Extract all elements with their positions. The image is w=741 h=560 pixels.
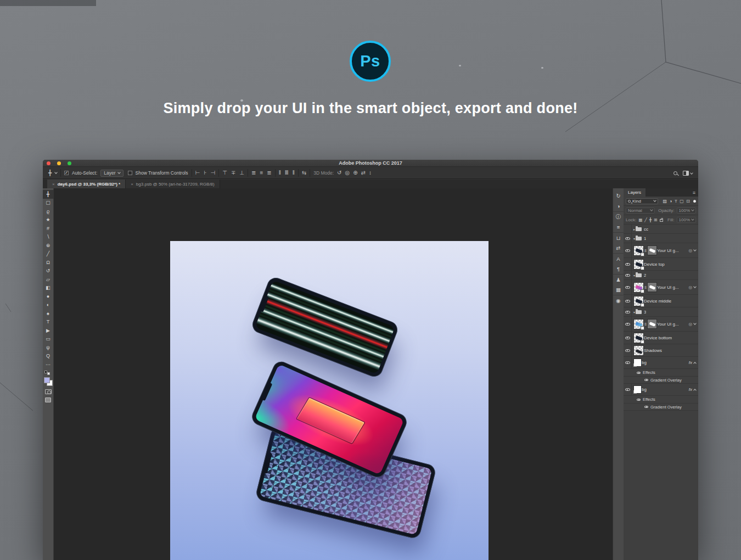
expand-right-icon[interactable]: ▸ [633, 227, 635, 231]
eye-icon[interactable] [644, 406, 648, 408]
healing-brush-tool[interactable]: ⊕ [43, 241, 54, 250]
show-transform-checkbox[interactable] [128, 171, 132, 175]
chevron-up-icon[interactable] [693, 389, 697, 392]
blur-tool[interactable]: ● [43, 292, 54, 301]
crop-tool[interactable]: # [43, 224, 54, 233]
layer-effects-icon[interactable]: fx [689, 387, 692, 392]
align-left-edges-icon[interactable]: ⊢ [195, 170, 200, 176]
expand-down-icon[interactable]: ▾ [633, 273, 635, 277]
layer-thumbnail[interactable] [633, 282, 644, 293]
eyedropper-tool[interactable]: ∖ [43, 233, 54, 242]
visibility-well[interactable] [624, 225, 632, 233]
edit-toolbar-button[interactable]: ⋯ [43, 360, 54, 369]
lock-all-icon[interactable] [660, 219, 663, 222]
close-tab-icon[interactable]: × [131, 182, 133, 187]
move-tool-options-icon[interactable]: ╋ [48, 170, 52, 176]
history-brush-tool[interactable]: ↺ [43, 267, 54, 276]
artboard[interactable] [170, 241, 489, 560]
lock-transparency-icon[interactable]: ▦ [638, 217, 642, 222]
eye-icon[interactable] [644, 379, 648, 381]
layer-thumbnail[interactable] [633, 296, 644, 306]
mask-thumbnail[interactable] [647, 319, 657, 329]
align-right-edges-icon[interactable]: ⊣ [210, 170, 215, 176]
layer-row-device-middle[interactable]: Device middle [624, 295, 698, 307]
layer-row-shadows[interactable]: Shadows [624, 344, 698, 357]
distribute-horizontal-centers-icon[interactable]: Ⅲ [285, 170, 289, 176]
adjustment-sliders-panel-icon[interactable]: ⇄ [613, 243, 624, 253]
libraries-panel-icon[interactable]: ◉ [613, 295, 624, 305]
layer-thumbnail[interactable] [633, 333, 644, 343]
pen-tool[interactable]: ♠ [43, 309, 54, 318]
chevron-down-icon[interactable] [690, 171, 693, 175]
expand-down-icon[interactable]: ▾ [633, 310, 635, 314]
tab-bg3-psb[interactable]: × bg3.psb @ 50% (ari-he-317209, RGB/8) [126, 180, 220, 188]
distribute-right-edges-icon[interactable]: ‖ [293, 170, 295, 176]
shape-tool[interactable]: ▭ [43, 335, 54, 344]
filter-adjustment-icon[interactable]: ◑ [670, 199, 672, 204]
mask-link-icon[interactable]: 8 [644, 249, 647, 253]
mask-link-icon[interactable]: 8 [644, 285, 647, 289]
opacity-dropdown[interactable]: 100% [677, 208, 696, 214]
layer-row-group-3[interactable]: ▾ 3 [624, 307, 698, 317]
layer-row-bg[interactable]: bg fx [624, 384, 698, 396]
brush-tool[interactable]: ╱ [43, 250, 54, 259]
distribute-bottom-edges-icon[interactable]: ≣ [267, 170, 271, 176]
3d-pan-icon[interactable]: ⊕ [353, 170, 357, 176]
layer-row-bg[interactable]: bg fx [624, 357, 698, 369]
layer-thumbnail[interactable] [633, 319, 644, 329]
path-selection-tool[interactable]: ▶ [43, 326, 54, 335]
chevron-up-icon[interactable] [693, 362, 697, 365]
lasso-tool[interactable]: ϱ [43, 207, 54, 216]
distribute-vertical-centers-icon[interactable]: ≡ [260, 170, 263, 176]
layer-row-group-2[interactable]: ▾ 2 [624, 271, 698, 280]
gradient-tool[interactable]: ◧ [43, 284, 54, 293]
visibility-well[interactable] [624, 307, 632, 316]
eye-icon[interactable] [637, 399, 641, 401]
effects-row[interactable]: Effects [624, 396, 698, 404]
effects-row[interactable]: Effects [624, 369, 698, 377]
clone-source-panel-icon[interactable]: ♟ [613, 274, 624, 284]
visibility-well[interactable] [624, 317, 632, 331]
gradient-overlay-row[interactable]: Gradient Overlay [624, 377, 698, 384]
distribute-top-edges-icon[interactable]: ≣ [251, 170, 256, 176]
filter-pixel-icon[interactable]: ▨ [663, 199, 667, 204]
visibility-well[interactable] [624, 332, 632, 344]
foreground-color-swatch[interactable] [44, 377, 50, 383]
lock-pixels-icon[interactable]: ╱ [644, 217, 647, 222]
3d-orbit-icon[interactable]: ↺ [337, 170, 341, 176]
layer-thumbnail[interactable] [633, 359, 642, 367]
filter-shape-icon[interactable]: ▢ [680, 199, 684, 204]
dodge-tool[interactable]: ◐ [43, 301, 54, 310]
move-tool[interactable]: ╋ [43, 190, 54, 199]
swatches-panel-icon[interactable]: ▦ [613, 284, 624, 295]
title-bar[interactable]: Adobe Photoshop CC 2017 [43, 160, 698, 167]
search-icon[interactable] [673, 171, 677, 175]
layer-thumbnail[interactable] [633, 259, 644, 270]
eye-icon[interactable] [637, 372, 641, 374]
layer-filter-dropdown[interactable]: Kind [626, 198, 658, 204]
layers-tab[interactable]: Layers [624, 188, 645, 197]
layer-thumbnail[interactable] [633, 245, 644, 256]
visibility-well[interactable] [624, 384, 632, 395]
paragraph-panel-icon[interactable]: ¶ [613, 264, 624, 274]
layer-effects-icon[interactable]: fx [689, 360, 692, 365]
layer-row-smart-object[interactable]: 8 Your UI g... ◎ [624, 317, 698, 332]
eraser-tool[interactable]: ▱ [43, 275, 54, 284]
layer-row-smart-object[interactable]: 8 Your UI g... ◎ [624, 280, 698, 295]
filter-smart-object-icon[interactable]: ⊡ [686, 199, 690, 204]
visibility-well[interactable] [624, 357, 632, 368]
chevron-down-icon[interactable] [693, 248, 697, 251]
mask-thumbnail[interactable] [647, 245, 657, 255]
character-panel-icon[interactable]: A [613, 253, 624, 264]
layer-row-smart-object[interactable]: 8 Your UI g... ◎ [624, 243, 698, 258]
lock-position-icon[interactable]: ╋ [649, 217, 652, 222]
layer-thumbnail[interactable] [633, 385, 642, 394]
canvas[interactable] [54, 188, 613, 560]
chevron-down-icon[interactable] [54, 171, 58, 174]
visibility-well[interactable] [624, 271, 632, 279]
visibility-well[interactable] [624, 344, 632, 356]
adjustments-panel-icon[interactable]: ◑ [613, 201, 624, 211]
brushes-panel-icon[interactable]: ⊔ [613, 232, 624, 243]
type-tool[interactable]: T [43, 318, 54, 327]
mask-thumbnail[interactable] [647, 282, 657, 292]
